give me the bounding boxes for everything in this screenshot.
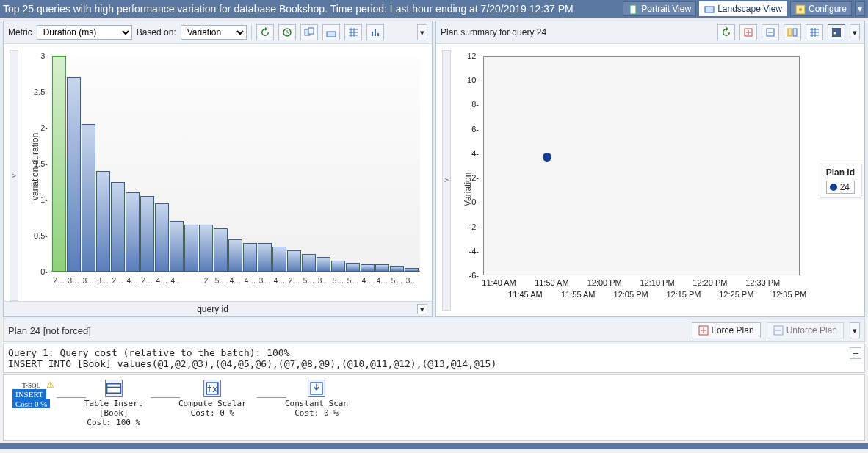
plan-legend: Plan Id 24 <box>820 164 861 197</box>
landscape-view-button[interactable]: Landscape View <box>699 1 787 16</box>
legend-dot-icon <box>830 184 837 191</box>
xtick-label: 12:25 PM <box>719 290 753 299</box>
ytick-label: 2- <box>40 123 48 132</box>
title-bar: Top 25 queries with high performance var… <box>0 0 868 18</box>
legend-title: Plan Id <box>826 167 855 178</box>
bar-item[interactable] <box>243 243 257 272</box>
query-line-1: Query 1: Query cost (relative to the bat… <box>8 347 290 358</box>
based-on-label: Based on: <box>137 27 176 37</box>
bar-item[interactable] <box>361 264 375 272</box>
right-xticks: 11:40 AM11:50 AM12:00 PM12:10 PM12:20 PM… <box>483 278 800 308</box>
xtick-label: 4… <box>375 277 389 285</box>
minimize-button[interactable]: – <box>850 347 861 359</box>
right-expand-toggle[interactable]: > <box>442 50 451 311</box>
xtick-label: 3… <box>67 277 81 285</box>
right-toolbar-overflow[interactable]: ▾ <box>850 24 860 40</box>
ytick-label: 2- <box>471 173 479 182</box>
right-chart-area: > Variation -6--4--2-0-2-4-6-8-10-12- 11… <box>436 44 864 316</box>
compute-scalar-node[interactable]: fx Compute Scalar Cost: 0 % <box>178 380 247 418</box>
right-toolbar: Plan summary for query 24 ▾ <box>436 21 864 44</box>
grid-button[interactable] <box>344 24 362 40</box>
refresh-button[interactable] <box>256 24 274 40</box>
table-insert-node[interactable]: Table Insert [Book] Cost: 100 % <box>84 380 142 427</box>
xtick-label: 3… <box>82 277 95 285</box>
left-xlabel-dropdown[interactable]: ▾ <box>417 304 427 314</box>
xtick-label: 2… <box>140 277 154 285</box>
grid-plan-button[interactable] <box>806 24 823 40</box>
constant-scan-node[interactable]: Constant Scan Cost: 0 % <box>285 380 348 418</box>
scatter-point[interactable] <box>543 153 551 162</box>
bar-item[interactable] <box>331 261 345 272</box>
svg-rect-10 <box>377 33 379 36</box>
landscape-icon <box>704 4 715 13</box>
scatter-plot[interactable] <box>483 56 800 275</box>
xtick-label: 2… <box>52 277 66 285</box>
left-expand-toggle[interactable]: > <box>10 50 18 301</box>
unforce-plan-button[interactable]: Unforce Plan <box>767 322 844 338</box>
chart-plan-button[interactable] <box>828 24 845 40</box>
bar-item[interactable] <box>126 192 140 272</box>
bar-item[interactable] <box>199 225 213 272</box>
xtick-label: 4… <box>243 277 257 285</box>
xtick-label: 11:45 AM <box>508 290 542 299</box>
bar-item[interactable] <box>317 257 330 272</box>
bar-item[interactable] <box>184 225 198 272</box>
left-panel: Metric Duration (ms) Based on: Variation… <box>3 21 433 317</box>
plan-refresh-button[interactable] <box>717 24 735 40</box>
bar-item[interactable] <box>111 182 125 272</box>
xtick-label: 11:50 AM <box>535 278 568 287</box>
chart-button[interactable] <box>366 24 384 40</box>
insert-cost: Cost: 0 % <box>12 399 50 408</box>
xtick-label: 2… <box>111 277 125 285</box>
based-on-select[interactable]: Variation <box>181 25 247 40</box>
bar-item[interactable] <box>52 56 66 272</box>
force-plan-button[interactable]: Force Plan <box>692 322 761 338</box>
bar-item[interactable] <box>228 239 242 272</box>
portrait-view-label: Portrait View <box>641 4 691 14</box>
xtick-label: 2 <box>199 277 213 285</box>
bar-item[interactable] <box>287 250 301 272</box>
bar-item[interactable] <box>272 247 286 272</box>
ytick-label: 12- <box>467 51 479 60</box>
ytick-label: 1.5- <box>34 159 48 168</box>
xtick-label: 4… <box>228 277 242 285</box>
constant-scan-cost: Cost: 0 % <box>285 408 348 418</box>
bar-item[interactable] <box>214 228 228 272</box>
bar-item[interactable] <box>375 264 389 272</box>
compute-scalar-icon: fx <box>203 380 221 397</box>
bar-item[interactable] <box>302 254 316 272</box>
bar-item[interactable] <box>258 243 272 272</box>
xtick-label: 3… <box>258 277 272 285</box>
legend-item[interactable]: 24 <box>826 181 855 194</box>
bar-item[interactable] <box>96 171 110 272</box>
compare-plan-button[interactable] <box>784 24 801 40</box>
bar-item[interactable] <box>346 263 360 272</box>
portrait-view-button[interactable]: Portrait View <box>623 1 696 16</box>
plan-bar-overflow[interactable]: ▾ <box>850 322 860 338</box>
svg-rect-14 <box>793 29 797 36</box>
metric-select[interactable]: Duration (ms) <box>37 25 132 40</box>
svg-rect-15 <box>832 28 841 37</box>
track-query-button[interactable] <box>300 24 318 40</box>
force-plan-tb-button[interactable] <box>739 24 757 40</box>
bar-item[interactable] <box>405 268 419 272</box>
compute-scalar-label: Compute Scalar <box>178 399 247 408</box>
bar-item[interactable] <box>140 196 154 272</box>
bar-item[interactable] <box>82 124 95 272</box>
left-bars[interactable] <box>51 56 420 272</box>
unforce-plan-tb-button[interactable] <box>762 24 779 40</box>
bar-item[interactable] <box>390 266 404 272</box>
xtick-label: 12:15 PM <box>666 290 701 299</box>
bar-item[interactable] <box>155 203 169 272</box>
detail-button[interactable] <box>322 24 340 40</box>
bar-item[interactable] <box>170 221 184 272</box>
ytick-label: 6- <box>471 125 479 134</box>
execution-plan-canvas[interactable]: T-SQL ⚠ INSERT Cost: 0 % Table Insert [B… <box>3 374 865 441</box>
overflow-button[interactable]: ▾ <box>855 1 865 16</box>
query-text-area: Query 1: Query cost (relative to the bat… <box>3 344 865 373</box>
bar-item[interactable] <box>67 77 81 272</box>
plan-root-node[interactable]: T-SQL ⚠ INSERT Cost: 0 % <box>12 381 50 408</box>
auto-refresh-button[interactable] <box>278 24 296 40</box>
configure-button[interactable]: Configure <box>790 1 852 16</box>
left-toolbar-overflow[interactable]: ▾ <box>417 24 427 40</box>
